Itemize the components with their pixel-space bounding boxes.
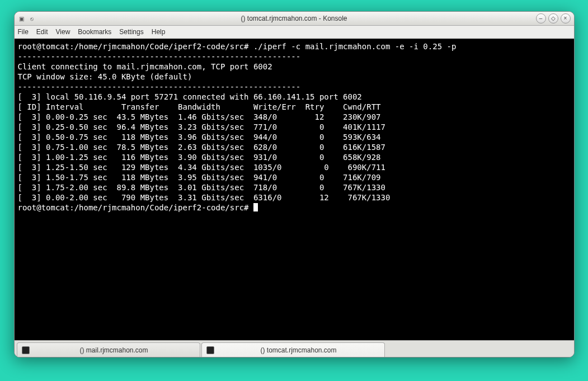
menu-settings[interactable]: Settings	[119, 28, 143, 36]
menu-bookmarks[interactable]: Bookmarks	[78, 28, 111, 36]
term-line: root@tomcat:/home/rjmcmahon/Code/iperf2-…	[18, 203, 253, 212]
cursor-block	[253, 203, 258, 211]
term-row: [ 3] 1.75-2.00 sec 89.8 MBytes 3.01 Gbit…	[18, 183, 385, 192]
tab-label: () mail.rjmcmahon.com	[33, 346, 195, 354]
titlebar[interactable]: ▣ ⎋ () tomcat.rjmcmahon.com - Konsole – …	[15, 12, 574, 26]
terminal-icon	[206, 346, 214, 354]
term-line: root@tomcat:/home/rjmcmahon/Code/iperf2-…	[18, 42, 461, 51]
term-row: [ 3] 0.00-0.25 sec 43.5 MBytes 1.46 Gbit…	[18, 112, 381, 121]
term-line: [ 3] local 50.116.9.54 port 57271 connec…	[18, 92, 362, 101]
minimize-button[interactable]: –	[536, 13, 546, 23]
term-row: [ 3] 0.50-0.75 sec 118 MBytes 3.96 Gbits…	[18, 133, 381, 142]
pin-icon[interactable]: ⎋	[28, 15, 36, 22]
menu-help[interactable]: Help	[152, 28, 166, 36]
terminal-viewport[interactable]: root@tomcat:/home/rjmcmahon/Code/iperf2-…	[15, 39, 574, 340]
term-line: TCP window size: 45.0 KByte (default)	[18, 72, 192, 81]
app-icon: ▣	[18, 15, 26, 22]
close-button[interactable]: ×	[561, 13, 571, 23]
menu-edit[interactable]: Edit	[36, 28, 48, 36]
term-line: ----------------------------------------…	[18, 82, 301, 91]
term-row: [ 3] 1.25-1.50 sec 129 MBytes 4.34 Gbits…	[18, 163, 385, 172]
menubar: File Edit View Bookmarks Settings Help	[15, 26, 574, 39]
maximize-button[interactable]: ◇	[548, 13, 558, 23]
term-row: [ 3] 0.00-2.00 sec 790 MBytes 3.31 Gbits…	[18, 193, 391, 202]
term-row: [ 3] 0.75-1.00 sec 78.5 MBytes 2.63 Gbit…	[18, 143, 385, 152]
menu-file[interactable]: File	[18, 28, 29, 36]
titlebar-left-icons: ▣ ⎋	[18, 15, 36, 22]
window-controls: – ◇ ×	[536, 13, 571, 23]
term-row: [ 3] 1.50-1.75 sec 118 MBytes 3.95 Gbits…	[18, 173, 381, 182]
konsole-window: ▣ ⎋ () tomcat.rjmcmahon.com - Konsole – …	[14, 11, 575, 358]
tab-bar: () mail.rjmcmahon.com () tomcat.rjmcmaho…	[15, 340, 574, 357]
term-line: [ ID] Interval Transfer Bandwidth Write/…	[18, 102, 381, 111]
term-row: [ 3] 1.00-1.25 sec 116 MBytes 3.90 Gbits…	[18, 153, 381, 162]
term-row: [ 3] 0.25-0.50 sec 96.4 MBytes 3.23 Gbit…	[18, 123, 385, 131]
window-title: () tomcat.rjmcmahon.com - Konsole	[15, 15, 574, 22]
tab-tomcat[interactable]: () tomcat.rjmcmahon.com	[201, 342, 385, 357]
term-line: ----------------------------------------…	[18, 52, 301, 61]
tab-mail[interactable]: () mail.rjmcmahon.com	[17, 342, 200, 357]
menu-view[interactable]: View	[56, 28, 70, 36]
term-line: Client connecting to mail.rjmcmahon.com,…	[18, 62, 272, 71]
terminal-icon	[22, 346, 30, 354]
tab-label: () tomcat.rjmcmahon.com	[218, 346, 380, 354]
